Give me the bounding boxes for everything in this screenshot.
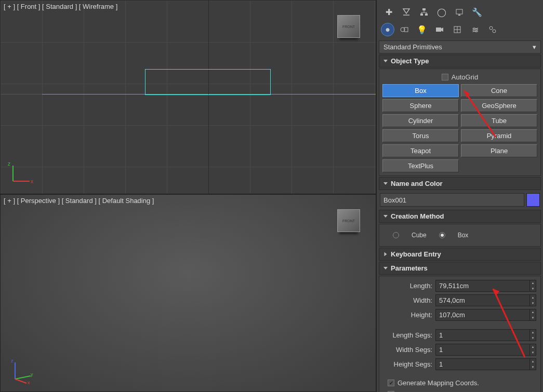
height-segs-input[interactable] <box>436 359 529 370</box>
spinner-arrows[interactable]: ▲▼ <box>529 280 536 291</box>
width-segs-label: Width Segs: <box>383 346 432 354</box>
helpers-category-icon[interactable] <box>449 23 465 36</box>
cube-radio[interactable] <box>393 232 399 238</box>
svg-text:y: y <box>31 372 33 377</box>
subcategory-dropdown[interactable]: Standard Primitives ▾ <box>379 40 541 53</box>
rollout-title: Name and Color <box>391 180 443 187</box>
width-segs-input[interactable] <box>436 344 529 355</box>
cylinder-button[interactable]: Cylinder <box>382 114 459 127</box>
cube-radio-label: Cube <box>412 232 427 239</box>
geosphere-button[interactable]: GeoSphere <box>461 99 537 112</box>
axis-gizmo-perspective[interactable]: z y x <box>8 358 34 384</box>
width-input[interactable] <box>436 295 529 306</box>
cone-button[interactable]: Cone <box>461 84 537 97</box>
spinner-arrows[interactable]: ▲▼ <box>529 295 536 306</box>
svg-rect-11 <box>420 13 423 16</box>
shapes-category-icon[interactable] <box>396 23 412 36</box>
systems-category-icon[interactable] <box>485 23 500 36</box>
tab-row-main: ✚ ◯ 🔧 <box>379 2 541 22</box>
rollout-creation-method[interactable]: Creation Method <box>379 210 541 223</box>
textplus-button[interactable]: TextPlus <box>382 159 459 172</box>
viewcube-front[interactable]: FRONT <box>337 15 360 38</box>
create-tab-icon[interactable]: ✚ <box>381 5 396 19</box>
gen-mapping-checkbox[interactable]: ✔ <box>388 380 394 386</box>
selected-object-front[interactable] <box>145 69 271 95</box>
chevron-down-icon <box>383 267 388 269</box>
plane-button[interactable]: Plane <box>461 144 537 157</box>
viewport-front[interactable]: [ + ] [ Front ] [ Standard ] [ Wireframe… <box>0 0 376 194</box>
viewport-label-perspective[interactable]: [ + ] [ Perspective ] [ Standard ] [ Def… <box>4 197 154 205</box>
spacewarps-category-icon[interactable]: ≋ <box>467 23 483 36</box>
geometry-category-icon[interactable]: ● <box>381 23 394 36</box>
chevron-right-icon <box>385 252 387 256</box>
viewcube-perspective[interactable]: FRONT <box>337 209 360 232</box>
spinner-arrows[interactable]: ▲▼ <box>529 359 536 370</box>
category-row: ● 💡 ≋ <box>379 23 541 39</box>
chevron-down-icon <box>383 215 388 218</box>
box-radio-label: Box <box>458 232 469 239</box>
rollout-keyboard-entry[interactable]: Keyboard Entry <box>379 248 541 261</box>
object-name-input[interactable] <box>380 193 524 207</box>
rollout-object-type[interactable]: Object Type <box>379 55 541 67</box>
spinner-arrows[interactable]: ▲▼ <box>529 344 536 355</box>
rollout-title: Creation Method <box>391 212 444 220</box>
sphere-button[interactable]: Sphere <box>382 99 459 112</box>
torus-button[interactable]: Torus <box>382 129 459 142</box>
length-segs-spinner[interactable]: ▲▼ <box>435 329 536 341</box>
box-radio[interactable] <box>439 232 445 238</box>
rollout-name-color[interactable]: Name and Color <box>379 177 541 190</box>
rollout-parameters[interactable]: Parameters <box>379 262 541 275</box>
object-type-body: AutoGrid Box Cone Sphere GeoSphere Cylin… <box>379 69 541 176</box>
width-segs-spinner[interactable]: ▲▼ <box>435 344 536 356</box>
length-spinner[interactable]: ▲▼ <box>435 280 536 292</box>
gen-mapping-label: Generate Mapping Coords. <box>398 379 479 387</box>
axis-vertical <box>208 1 209 194</box>
svg-rect-13 <box>456 9 462 14</box>
viewport-label-front[interactable]: [ + ] [ Front ] [ Standard ] [ Wireframe… <box>4 3 117 10</box>
svg-point-20 <box>493 30 496 33</box>
autogrid-label: AutoGrid <box>452 73 478 81</box>
hierarchy-tab-icon[interactable] <box>416 5 432 19</box>
box-button[interactable]: Box <box>382 84 459 97</box>
lights-category-icon[interactable]: 💡 <box>414 23 430 36</box>
rollout-title: Object Type <box>391 57 429 65</box>
chevron-down-icon <box>383 182 388 185</box>
svg-rect-17 <box>436 28 441 32</box>
object-color-swatch[interactable] <box>526 193 540 207</box>
length-input[interactable] <box>436 280 529 291</box>
height-spinner[interactable]: ▲▼ <box>435 309 536 321</box>
spinner-arrows[interactable]: ▲▼ <box>529 330 536 341</box>
modify-tab-icon[interactable] <box>399 5 414 19</box>
width-spinner[interactable]: ▲▼ <box>435 294 536 306</box>
svg-rect-12 <box>425 13 428 16</box>
height-input[interactable] <box>436 309 529 320</box>
svg-rect-10 <box>422 8 426 10</box>
tube-button[interactable]: Tube <box>461 114 537 127</box>
viewport-perspective[interactable]: 1749 622 3195 104 5005 2581 1884 6886 14… <box>0 194 376 392</box>
spinner-arrows[interactable]: ▲▼ <box>529 309 536 320</box>
motion-tab-icon[interactable]: ◯ <box>434 5 449 19</box>
height-segs-spinner[interactable]: ▲▼ <box>435 358 536 370</box>
grid <box>1 1 376 194</box>
svg-line-6 <box>15 379 27 383</box>
command-panel: ✚ ◯ 🔧 ● 💡 ≋ Standard Primitives ▾ <box>376 0 543 392</box>
chevron-down-icon: ▾ <box>533 43 536 51</box>
length-segs-input[interactable] <box>436 330 529 341</box>
utilities-tab-icon[interactable]: 🔧 <box>469 5 485 19</box>
pyramid-button[interactable]: Pyramid <box>461 129 537 142</box>
teapot-button[interactable]: Teapot <box>382 144 459 157</box>
chevron-down-icon <box>383 60 388 62</box>
svg-text:x: x <box>28 380 30 384</box>
dropdown-label: Standard Primitives <box>383 43 442 51</box>
cameras-category-icon[interactable] <box>432 23 447 36</box>
perspective-background <box>1 195 376 391</box>
svg-text:z: z <box>11 358 14 363</box>
svg-point-19 <box>489 26 493 30</box>
width-label: Width: <box>383 296 432 304</box>
display-tab-icon[interactable] <box>452 5 467 19</box>
svg-text:z: z <box>8 161 10 167</box>
autogrid-checkbox[interactable] <box>442 74 448 80</box>
axis-gizmo-front[interactable]: z x <box>8 160 34 186</box>
rollout-title: Keyboard Entry <box>391 250 441 258</box>
rollout-title: Parameters <box>391 264 428 272</box>
